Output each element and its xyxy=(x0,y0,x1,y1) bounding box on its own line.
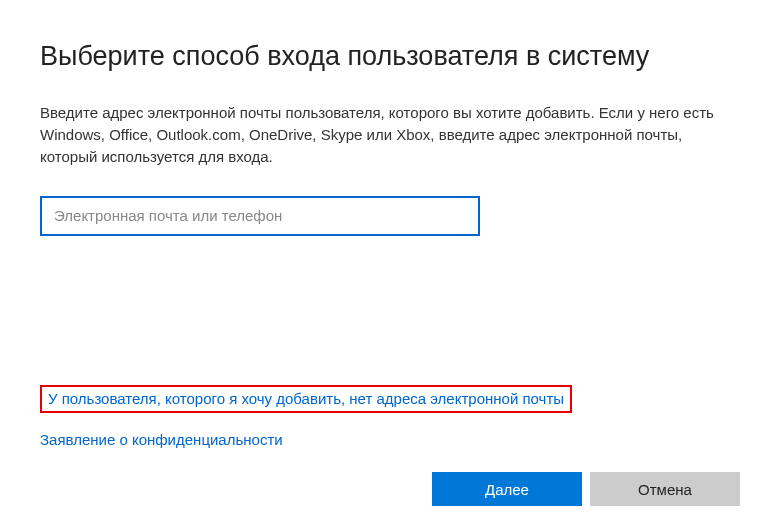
links-area: У пользователя, которого я хочу добавить… xyxy=(40,385,572,448)
privacy-statement-link[interactable]: Заявление о конфиденциальности xyxy=(40,431,572,448)
add-user-dialog: Выберите способ входа пользователя в сис… xyxy=(0,0,780,522)
cancel-button[interactable]: Отмена xyxy=(590,472,740,506)
button-bar: Далее Отмена xyxy=(432,472,740,506)
dialog-title: Выберите способ входа пользователя в сис… xyxy=(40,40,740,72)
no-email-link[interactable]: У пользователя, которого я хочу добавить… xyxy=(48,390,564,407)
email-phone-input[interactable] xyxy=(40,196,480,236)
dialog-description: Введите адрес электронной почты пользова… xyxy=(40,102,720,167)
no-email-link-highlight: У пользователя, которого я хочу добавить… xyxy=(40,385,572,413)
next-button[interactable]: Далее xyxy=(432,472,582,506)
